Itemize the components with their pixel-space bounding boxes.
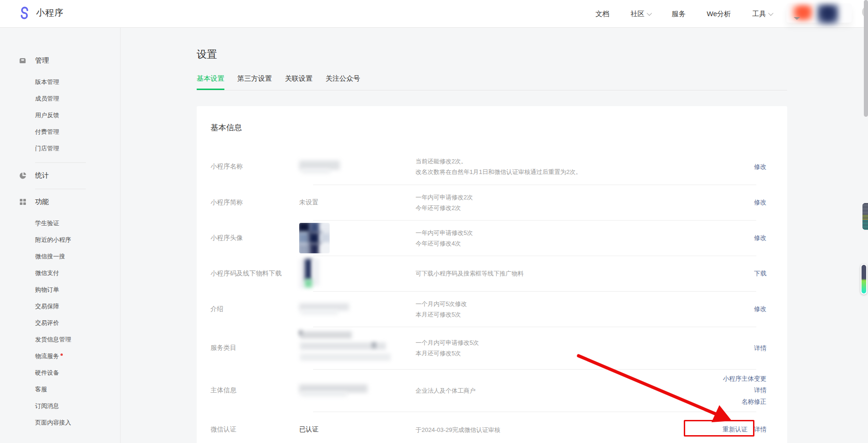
sidebar-item-page-content-access[interactable]: 页面内容接入 [0,414,120,431]
miniprogram-logo-icon [18,6,31,20]
sidebar-item-customer-service[interactable]: 客服 [0,381,120,398]
modify-name-link[interactable]: 修改 [754,163,766,171]
download-link[interactable]: 下载 [754,269,766,278]
sidebar-item-member-mgmt[interactable]: 成员管理 [0,90,120,107]
account-menu[interactable] [786,3,852,23]
row-description: 可下载小程序码及搜索框等线下推广物料 [416,268,754,279]
subject-change-link[interactable]: 小程序主体变更 [723,375,767,383]
row-miniprogram-name: 小程序名称 当前还能修改2次。改名次数将在自然年1月1日和微信认证审核通过后重置… [211,149,766,185]
edge-widget-striped[interactable] [862,203,868,230]
sidebar-item-student-verification[interactable]: 学生验证 [0,215,120,232]
nav-community[interactable]: 社区 [631,10,651,18]
sidebar-group-label: 统计 [35,171,49,180]
row-miniprogram-code-download: 小程序码及线下物料下载 可下载小程序码及搜索框等线下推广物料 下载 [211,256,766,291]
sidebar-item-wechat-pay[interactable]: 微信支付 [0,265,120,281]
sidebar-item-logistics-service[interactable]: 物流服务 [0,348,120,365]
redacted-intro-value [299,302,355,316]
tab-third-party-settings[interactable]: 第三方设置 [237,74,272,90]
app-logo[interactable]: 小程序 [18,6,64,20]
app-title: 小程序 [36,7,64,19]
sidebar-group-features[interactable]: 功能 [0,195,120,209]
divider [35,189,86,189]
row-description: 一个月内可申请修改5次本月还可修改5次 [416,337,754,359]
sidebar-group-label: 管理 [35,56,49,65]
row-wechat-verification: 微信认证 已认证 于2024-03-29完成微信认证审核 重新认证 详情 [211,412,766,443]
sidebar-item-user-feedback[interactable]: 用户反馈 [0,107,120,124]
row-label: 服务类目 [211,344,299,352]
verification-details-link[interactable]: 详情 [754,425,766,434]
account-name-redacted [817,4,839,24]
shortname-value: 未设置 [299,198,416,207]
tab-related-settings[interactable]: 关联设置 [285,74,313,90]
row-subject-info: 主体信息 企业法人及个体工商户 小程序主体变更 详情 名称修正 [211,369,766,412]
row-description: 一年内可申请修改2次今年还可修改2次 [416,192,754,213]
vertical-scrollbar[interactable] [864,0,868,117]
reverify-link[interactable]: 重新认证 [723,425,747,434]
top-header: 小程序 文档 社区 服务 We分析 工具 [0,0,868,28]
sidebar-item-subscription-messages[interactable]: 订阅消息 [0,398,120,414]
sidebar-item-payment-mgmt[interactable]: 付费管理 [0,124,120,140]
modify-intro-link[interactable]: 修改 [754,305,766,313]
edge-widget-gradient-pill[interactable] [861,264,867,294]
category-details-link[interactable]: 详情 [754,344,766,353]
sidebar: 管理 版本管理 成员管理 用户反馈 付费管理 门店管理 统计 功能 学生验证 附… [0,28,120,443]
subject-details-link[interactable]: 详情 [754,386,766,395]
chevron-down-icon [647,11,652,16]
basic-info-card: 基本信息 小程序名称 当前还能修改2次。改名次数将在自然年1月1日和微信认证审核… [197,106,787,443]
row-label: 微信认证 [211,425,299,434]
tab-follow-official-account[interactable]: 关注公众号 [326,74,360,90]
row-miniprogram-avatar: 小程序头像 一年内可申请修改5次今年还可修改4次 修改 [211,220,766,256]
sidebar-item-version-mgmt[interactable]: 版本管理 [0,74,120,90]
row-label: 主体信息 [211,386,299,395]
sidebar-item-nearby-miniprograms[interactable]: 附近的小程序 [0,232,120,248]
tab-basic-settings[interactable]: 基本设置 [197,74,224,90]
sidebar-item-shipping-info-mgmt[interactable]: 发货信息管理 [0,331,120,348]
sidebar-item-shopping-orders[interactable]: 购物订单 [0,281,120,298]
sidebar-item-transaction-reviews[interactable]: 交易评价 [0,315,120,331]
row-label: 小程序简称 [211,198,299,207]
sidebar-divider [120,28,121,443]
row-description: 企业法人及个体工商户 [416,385,723,396]
redacted-name-value [299,159,350,174]
row-label: 小程序名称 [211,162,299,171]
miniprogram-avatar-image [299,223,330,253]
row-label: 小程序头像 [211,234,299,242]
sidebar-group-statistics[interactable]: 统计 [0,168,120,182]
grid-icon [18,198,27,206]
divider [35,162,86,163]
page-title: 设置 [197,48,217,61]
row-description: 当前还能修改2次。改名次数将在自然年1月1日和微信认证审核通过后重置为2次。 [416,156,754,177]
verification-status: 已认证 [299,425,416,434]
sidebar-item-hardware-devices[interactable]: 硬件设备 [0,365,120,381]
new-badge-dot [60,353,63,356]
sidebar-item-wechat-search[interactable]: 微信搜一搜 [0,248,120,265]
nav-we-analytics[interactable]: We分析 [707,10,731,18]
row-label: 小程序码及线下物料下载 [211,269,299,278]
chevron-down-icon [768,11,773,16]
sidebar-group-label: 功能 [35,198,49,206]
top-navigation: 文档 社区 服务 We分析 工具 [596,0,772,28]
modify-avatar-link[interactable]: 修改 [754,234,766,242]
name-correction-link[interactable]: 名称修正 [741,398,766,406]
pie-chart-icon [18,171,27,180]
sidebar-group-management[interactable]: 管理 [0,54,120,67]
row-label: 介绍 [211,305,299,313]
sidebar-item-transaction-guarantee[interactable]: 交易保障 [0,298,120,315]
sidebar-item-store-mgmt[interactable]: 门店管理 [0,140,120,157]
row-introduction: 介绍 一个月内可5次修改本月还可修改5次 修改 [211,291,766,327]
row-service-categories: 服务类目 一个月内可申请修改5次本月还可修改5次 详情 [211,327,766,369]
chevron-down-icon [794,17,800,20]
row-description: 一个月内可5次修改本月还可修改5次 [416,299,754,320]
nav-services[interactable]: 服务 [672,10,686,18]
nav-docs[interactable]: 文档 [596,10,609,18]
card-title: 基本信息 [211,106,766,149]
settings-tabs: 基本设置 第三方设置 关联设置 关注公众号 [197,74,787,90]
archive-box-icon [18,56,27,65]
modify-shortname-link[interactable]: 修改 [754,198,766,207]
redacted-categories-value [299,331,392,365]
row-description: 一年内可申请修改5次今年还可修改4次 [416,227,754,249]
row-description: 于2024-03-29完成微信认证审核 [416,425,723,435]
redacted-subject-value [299,383,368,397]
nav-tools[interactable]: 工具 [752,10,772,18]
miniprogram-code-image [299,259,320,288]
